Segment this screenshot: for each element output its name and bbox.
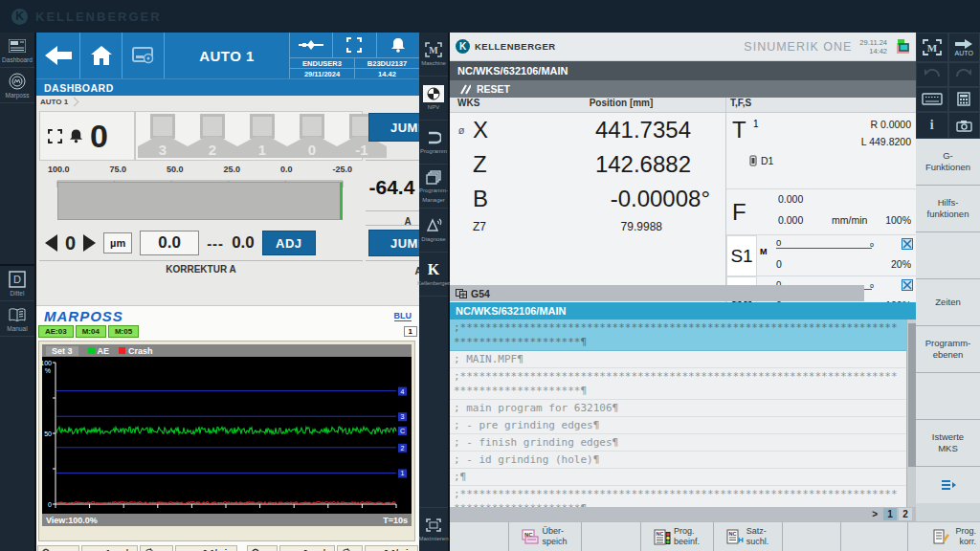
unit-box[interactable]: µm [103,232,132,253]
editor-line[interactable]: ; - finish grinding edges¶ [450,434,906,452]
bsk-empty-4[interactable] [841,522,908,551]
softkey-empty-3[interactable] [916,232,980,279]
editor-content[interactable]: ;***************************************… [450,320,906,507]
editor-pager-bar: > 1 2 [450,507,916,521]
softkey-hilfsfunktionen[interactable]: Hilfs-funktionen [916,186,980,232]
nav-info-block: ENDUSER3 B23DU2137 29/11/2024 14.42 [289,33,419,78]
status-badge-m04: M:04 [76,325,106,338]
bsk-empty-1[interactable] [450,522,509,551]
sidebar-item-marposs[interactable]: Marposs [0,68,34,103]
axis-z-value: 142.6882 [519,151,691,178]
editor-line[interactable]: ; - id grinding (hole)¶ [450,452,906,469]
sidebar-item-npv[interactable]: NPV [419,77,448,121]
editor-line[interactable]: ; MAIN.MPF¶ [450,351,906,368]
chart-time-label: T=10s [383,516,408,525]
editor-scrollbar[interactable] [906,320,916,507]
back-button[interactable] [36,33,80,78]
machine-id: B23DU2137 [354,58,419,68]
editor-line[interactable]: ; - pre grinding edges¶ [450,417,906,434]
marker-0[interactable]: 0 [287,114,337,158]
softkey-prog-korr[interactable]: Prog.korr. [908,522,980,551]
softkey-more-list[interactable] [916,467,980,503]
column-header-row: WKS Position [mm] T,F,S [450,98,916,113]
channel-status-bar: RESET [450,80,916,98]
prog-korr-icon [933,529,949,544]
marker-2[interactable]: 2 [188,114,237,158]
sidebar-item-programm[interactable]: Programm [419,121,448,165]
auto-mode-icon[interactable]: AUTO [948,33,980,62]
softkey-empty-6[interactable] [916,373,980,420]
sine-icon-1 [37,545,79,551]
svg-text:H: H [738,536,744,544]
home-button[interactable] [80,33,122,78]
step-right-arrow[interactable] [83,234,96,252]
sidebar-item-manual[interactable]: Manual [0,301,34,337]
step-left-arrow[interactable] [45,234,57,252]
workpiece-icon[interactable] [290,33,332,57]
tool-radius: R 0.0000 [870,119,911,130]
step-index: 0 [65,232,76,254]
softkey-prog-beeinf[interactable]: NC Prog.beeinf. [641,522,714,551]
screens-status-icon[interactable] [895,39,910,54]
frame-icon[interactable] [332,33,375,57]
axis-b-value: -0.00008° [519,186,710,212]
screenshot-camera-icon[interactable] [948,112,980,139]
softkey-zeiten[interactable]: Zeiten [916,279,980,326]
marker-3[interactable]: 3 [138,114,188,158]
undo-icon[interactable] [916,62,948,87]
softkey-ueberspeich[interactable]: NC Über-speich [509,522,582,551]
bottom-softkey-bar: NC Über-speich NC Prog.beeinf. NCH Satz-… [450,521,980,551]
frame-small-icon [48,129,62,143]
legend-ae: AE [88,346,110,356]
pager-arrow[interactable]: > [872,509,878,519]
editor-scrollbar-thumb[interactable] [908,323,916,467]
freq-field-2: 0 1/min [365,545,418,551]
diagnose-icon [423,217,444,234]
calculator-icon[interactable] [948,87,980,113]
redo-icon[interactable] [948,62,980,87]
info-icon[interactable]: i [916,112,948,139]
tool-length: L 449.8200 [861,136,911,147]
settings-button[interactable] [122,33,165,78]
position-header: Position [mm] [517,98,725,112]
breadcrumb[interactable]: AUTO 1 [40,98,78,106]
keyboard-icon[interactable] [916,87,948,113]
maximize-button[interactable]: Maximieren [419,507,448,551]
axis-z7-value: 79.9988 [519,220,662,233]
sidebar-item-kellenberger[interactable]: K Kellenberger [419,253,448,297]
kellenberger-logo-icon: K [11,9,28,25]
editor-line[interactable]: ;***************************************… [450,368,906,400]
bsk-empty-3[interactable] [783,522,842,551]
sidebar-item-dashboard[interactable]: Dashboard [0,33,34,68]
page-1[interactable]: 1 [883,508,897,520]
right-softkey-column: M AUTO i G-Funktionen Hilfs-funktionen Z… [916,33,980,551]
sidebar-item-programm-manager[interactable]: Programm-Manager [419,165,448,209]
softkey-programmebenen[interactable]: Programm-ebenen [916,326,980,373]
editor-line[interactable]: ;***************************************… [450,320,906,351]
bsk-empty-2[interactable] [582,522,641,551]
machine-frame-icon[interactable]: M [916,33,948,62]
marker-1[interactable]: 1 [237,114,287,158]
page-2[interactable]: 2 [899,508,912,520]
sidebar-item-dittel[interactable]: D Dittel [0,266,34,301]
feed-row: F 0.000 0.000 mm/min 100% [726,189,917,235]
sidebar-item-maschine[interactable]: M Maschine [419,33,448,77]
correction-field-1[interactable]: 0.0 [140,231,199,255]
bell-icon[interactable] [376,33,419,57]
editor-line[interactable]: ;¶ [450,469,906,486]
status-badge-ae: AE:03 [38,325,74,338]
editor-line[interactable]: ; main program for 632106¶ [450,400,906,417]
softkey-satzsuchl[interactable]: NCH Satz-suchl. [714,522,783,551]
softkey-istwerte-mks[interactable]: IstwerteMKS [916,420,980,467]
editor-line[interactable]: ;***************************************… [450,486,906,507]
dashboard-icon [8,37,27,55]
softkey-g-funktionen[interactable]: G-Funktionen [916,139,980,186]
kellenberger-logo-small-icon: K [456,39,470,54]
axis-row-b: B -0.00008° [450,182,725,216]
home-icon [90,45,113,66]
sidebar-item-diagnose[interactable]: Diagnose [419,209,448,253]
programm-icon [423,129,444,146]
axis-row-z7: Z7 79.9988 [450,216,725,237]
adj-button[interactable]: ADJ [262,231,316,255]
product-name: SINUMERIK ONE [744,40,852,54]
